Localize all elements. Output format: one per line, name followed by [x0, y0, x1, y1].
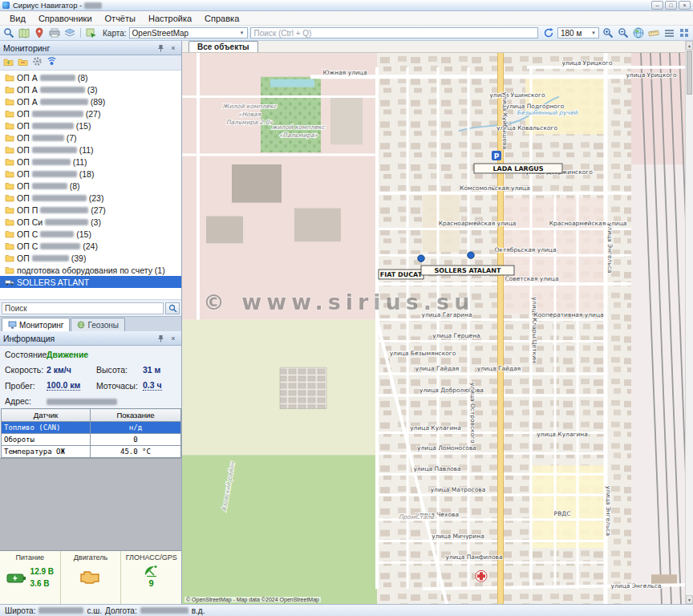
- print-icon[interactable]: [48, 27, 61, 39]
- sensor-col-name[interactable]: Датчик: [2, 409, 91, 422]
- tree-item[interactable]: ОП(23): [0, 192, 181, 204]
- speed-label: Скорость:: [5, 365, 47, 375]
- monitoring-panel-header: Мониторинг ×: [0, 41, 181, 55]
- marker-icon[interactable]: [33, 27, 46, 39]
- tree-item[interactable]: ОП Си(3): [0, 216, 181, 228]
- layers-icon[interactable]: [63, 27, 76, 39]
- status-bar: Широта: с.ш. Долгота: в.д.: [0, 604, 693, 616]
- pin-icon[interactable]: [156, 43, 165, 53]
- vehicle-dot[interactable]: [418, 255, 424, 261]
- tree-item[interactable]: ОП А(8): [0, 71, 181, 83]
- street-label: улица Урицкого: [561, 59, 613, 67]
- sensor-col-value[interactable]: Показание: [91, 409, 181, 422]
- satellite-dish-icon: [143, 564, 160, 578]
- tree-item[interactable]: ОП(8): [0, 180, 181, 192]
- altitude-label: Высота:: [96, 365, 143, 375]
- map-viewport[interactable]: P Южная улицаулица Урицкогоулица Урицког…: [182, 53, 685, 604]
- sensor-table: Датчик Показание Топливо (CAN)н/дОбороты…: [1, 408, 181, 458]
- tree-item[interactable]: SOLLERS ATLANT: [0, 276, 181, 288]
- chevron-down-icon: ▼: [240, 30, 245, 35]
- refresh-icon[interactable]: [542, 27, 555, 39]
- tree-item[interactable]: ОП(11): [0, 144, 181, 156]
- street-label: Октябрьская улица: [494, 246, 556, 253]
- map-area: Все объекты: [182, 41, 685, 604]
- search-icon[interactable]: [2, 27, 15, 39]
- hospital-cross-icon: [476, 570, 487, 582]
- address-value: [47, 396, 176, 406]
- globe-icon[interactable]: [632, 27, 645, 39]
- scroll-down-icon[interactable]: ▼: [686, 595, 693, 604]
- settings-gear-icon[interactable]: [32, 55, 43, 70]
- sensor-row[interactable]: Температура ОЖ45.0 °C: [2, 446, 181, 458]
- tree-search-input[interactable]: [2, 302, 164, 314]
- power-main-voltage: 12.9 В: [30, 566, 54, 578]
- close-panel-icon[interactable]: ×: [168, 43, 178, 53]
- close-panel-icon[interactable]: ×: [168, 334, 178, 343]
- mileage-value[interactable]: 100.0 км: [47, 380, 80, 391]
- zoom-out-icon[interactable]: [617, 27, 630, 39]
- tree-item[interactable]: ОП П(27): [0, 204, 181, 216]
- tree-search-button[interactable]: [165, 302, 180, 314]
- sensor-row[interactable]: Топливо (CAN)н/д: [2, 422, 181, 434]
- global-search-input[interactable]: [250, 27, 538, 38]
- monitoring-panel-title: Мониторинг: [3, 43, 50, 53]
- tree-item[interactable]: ОП С(15): [0, 228, 181, 240]
- tracker-signal-icon[interactable]: [47, 55, 57, 70]
- scrollbar-track[interactable]: [686, 95, 693, 595]
- tree-item[interactable]: ОП(27): [0, 107, 181, 120]
- tree-item[interactable]: ОП А(3): [0, 83, 181, 95]
- tree-item[interactable]: ОП(11): [0, 156, 181, 168]
- gauge-gps[interactable]: ГЛОНАСС/GPS 9: [121, 551, 181, 604]
- zoom-scale-select[interactable]: 180 м ▼: [557, 27, 599, 38]
- map-canvas[interactable]: P Южная улицаулица Урицкогоулица Урицког…: [182, 53, 685, 604]
- list-icon[interactable]: [663, 27, 675, 39]
- tree-item[interactable]: ОП(39): [0, 252, 181, 264]
- tree-item[interactable]: ОП(18): [0, 168, 181, 180]
- sensor-row[interactable]: Обороты0: [2, 434, 181, 446]
- street-label: улица Урицкого: [626, 71, 677, 79]
- grid-icon[interactable]: [678, 27, 691, 39]
- map-icon[interactable]: [18, 27, 30, 39]
- tree-item[interactable]: ОП(7): [0, 132, 181, 144]
- street-label: Красноармейская улица: [439, 220, 517, 227]
- menu-item[interactable]: Вид: [3, 11, 32, 25]
- map-attribution: © OpenStreetMap - Map data ©2024 OpenStr…: [184, 597, 321, 602]
- menu-item[interactable]: Справка: [198, 11, 245, 25]
- tab-monitoring[interactable]: Мониторинг: [2, 318, 70, 331]
- scroll-up-icon[interactable]: ▲: [686, 41, 693, 50]
- minimize-button[interactable]: –: [651, 1, 663, 10]
- maximize-button[interactable]: □: [665, 1, 677, 10]
- map-watermark: © www.sirius.su: [203, 290, 474, 314]
- collapse-all-icon[interactable]: [18, 55, 28, 70]
- pin-icon[interactable]: [156, 334, 165, 343]
- tab-geozones[interactable]: Геозоны: [71, 318, 125, 331]
- menu-item[interactable]: Настройка: [142, 11, 198, 25]
- sidebar-tabs: Мониторинг Геозоны: [0, 316, 181, 331]
- street-label: улица Мичурина: [432, 533, 484, 540]
- map-provider-select[interactable]: OpenStreetMap ▼: [129, 27, 248, 38]
- zoom-in-icon[interactable]: [602, 27, 614, 39]
- vertical-scrollbar[interactable]: ▲ ▼: [685, 41, 693, 604]
- map-go-icon[interactable]: [85, 27, 98, 39]
- tree-item[interactable]: ОП А(89): [0, 95, 181, 107]
- tree-item[interactable]: ОП(15): [0, 120, 181, 132]
- gauge-engine[interactable]: Двигатель: [61, 551, 122, 604]
- power-backup-voltage: 3.6 В: [30, 578, 54, 590]
- expand-all-icon[interactable]: [3, 55, 14, 70]
- map-tab-all-objects[interactable]: Все объекты: [188, 41, 258, 52]
- street-label: улица Энгельса: [605, 486, 612, 536]
- tree-item[interactable]: ОП С(24): [0, 240, 181, 252]
- scrollbar-thumb[interactable]: [687, 51, 692, 95]
- vehicle-dot[interactable]: [468, 252, 474, 258]
- measure-icon[interactable]: [647, 27, 660, 39]
- tree-item[interactable]: подготовка оборудования по счету (1): [0, 264, 181, 276]
- gauge-power[interactable]: Питание 12.9 В 3.6 В: [0, 551, 61, 604]
- street-label: улица Куйбышева: [501, 92, 509, 149]
- close-button[interactable]: ×: [679, 1, 691, 10]
- engine-hours-value[interactable]: 0.3 ч: [143, 380, 162, 391]
- monitoring-tree: ОП А(8)ОП А(3)ОП А(89)ОП(27)ОП(15)ОП(7)О…: [0, 71, 181, 299]
- menu-item[interactable]: Справочники: [32, 11, 99, 25]
- menu-item[interactable]: Отчёты: [99, 11, 142, 25]
- zoom-scale-value: 180 м: [561, 29, 582, 38]
- monitoring-toolbar: [0, 55, 181, 71]
